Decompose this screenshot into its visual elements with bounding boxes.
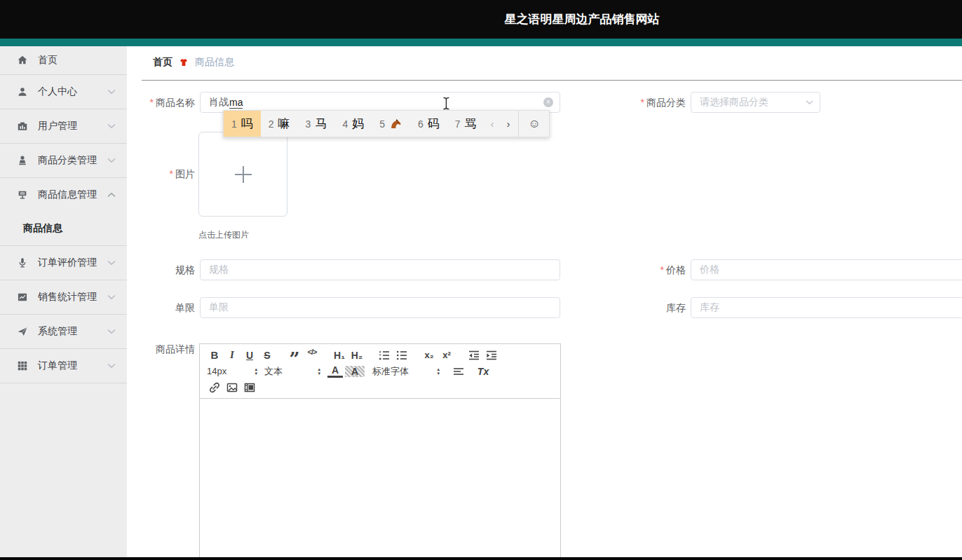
breadcrumb: 首页 商品信息 <box>153 56 234 69</box>
indent-button[interactable] <box>484 348 499 362</box>
clear-input-icon[interactable]: × <box>543 97 553 107</box>
sidebar-item-order-management[interactable]: 订单管理 <box>0 349 127 383</box>
sidebar-item-personal-center[interactable]: 个人中心 <box>0 75 127 109</box>
app-header: 星之语明星周边产品销售网站 <box>0 0 962 39</box>
ime-composition-text: ma <box>229 97 243 109</box>
price-label: *价格 <box>603 259 686 280</box>
sidebar-item-order-review-management[interactable]: 订单评价管理 <box>0 246 127 280</box>
updown-arrows-icon: ▴▾ <box>318 367 320 376</box>
ordered-list-button[interactable] <box>377 348 392 362</box>
insert-image-button[interactable] <box>224 380 240 395</box>
sidebar-item-product-info[interactable]: 商品信息 <box>0 212 127 245</box>
ime-next-page-button[interactable]: › <box>501 111 517 137</box>
rich-text-toolbar: B I U S ” </> H₁ H₂ x₂ <box>199 343 561 399</box>
ime-candidate[interactable]: 7 骂 <box>447 111 485 137</box>
price-placeholder: 价格 <box>700 264 719 276</box>
briefcase-chart-icon <box>17 121 28 132</box>
insert-video-button[interactable] <box>242 380 257 395</box>
stock-label: 库存 <box>603 297 686 318</box>
sidebar-item-category-management[interactable]: 商品分类管理 <box>0 144 127 177</box>
breadcrumb-current: 商品信息 <box>195 56 234 69</box>
bullet-list-button[interactable] <box>394 348 409 362</box>
sidebar-item-label: 用户管理 <box>38 120 77 132</box>
chevron-down-icon <box>806 100 813 105</box>
font-family-select[interactable]: 标准字体 ▴▾ <box>372 365 440 378</box>
ime-candidate[interactable]: 1 吗 <box>224 111 261 137</box>
microphone-icon <box>17 257 28 268</box>
category-label: *商品分类 <box>603 92 686 113</box>
underline-button[interactable]: U <box>242 348 257 362</box>
ime-candidate[interactable]: 6 码 <box>410 111 447 137</box>
app-window: 星之语明星周边产品销售网站 首页 个人中心 <box>0 0 962 560</box>
plus-icon <box>232 163 255 186</box>
sidebar-item-home[interactable]: 首页 <box>0 46 127 74</box>
ime-candidate[interactable]: 3 马 <box>298 111 335 137</box>
order-limit-input[interactable]: 单限 <box>200 297 560 318</box>
bold-button[interactable]: B <box>207 348 222 362</box>
paper-plane-icon <box>17 326 28 337</box>
accent-bar <box>0 39 962 46</box>
spec-placeholder: 规格 <box>209 264 229 276</box>
clothes-icon <box>179 57 189 67</box>
rich-text-content-area[interactable] <box>199 399 561 560</box>
heading1-button[interactable]: H₁ <box>332 348 347 362</box>
breadcrumb-home-link[interactable]: 首页 <box>153 56 172 69</box>
header-format-select[interactable]: 文本 ▴▾ <box>264 365 320 378</box>
align-button[interactable] <box>451 364 466 378</box>
sidebar-item-product-info-management[interactable]: 商品信息管理 <box>0 178 127 212</box>
product-name-label: *商品名称 <box>112 92 195 113</box>
ime-prev-page-button[interactable]: ‹ <box>485 111 501 137</box>
highlight-color-button[interactable]: A <box>345 366 365 377</box>
sidebar-item-label: 系统管理 <box>38 325 77 338</box>
sidebar-subitem-label: 商品信息 <box>23 222 62 235</box>
ime-candidate[interactable]: 5 <box>372 111 410 137</box>
chevron-down-icon <box>107 364 116 369</box>
person-stamp-icon <box>17 155 28 166</box>
strikethrough-button[interactable]: S <box>259 348 275 362</box>
sidebar-item-label: 商品信息管理 <box>38 189 97 201</box>
sidebar-item-user-management[interactable]: 用户管理 <box>0 109 127 143</box>
input-committed-text: 肖战 <box>209 96 229 109</box>
font-size-select[interactable]: 14px ▴▾ <box>207 366 257 376</box>
spec-input[interactable]: 规格 <box>200 259 560 280</box>
detail-label: 商品详情 <box>112 339 195 360</box>
category-select[interactable]: 请选择商品分类 <box>691 92 820 113</box>
grid-icon <box>17 360 28 371</box>
subscript-button[interactable]: x₂ <box>421 348 437 362</box>
ime-emoji-button[interactable]: ☺ <box>520 111 549 137</box>
superscript-button[interactable]: x² <box>439 348 454 362</box>
order-limit-label: 单限 <box>112 297 195 318</box>
breadcrumb-divider <box>142 80 962 81</box>
upload-hint-text: 点击上传图片 <box>198 229 249 241</box>
stock-input[interactable]: 库存 <box>691 297 962 318</box>
ime-candidate-window: 1 吗 2 嘛 3 马 4 妈 5 6 码 7 骂 ‹ › <box>223 110 550 137</box>
sidebar-item-label: 首页 <box>38 54 57 67</box>
sidebar-item-system-management[interactable]: 系统管理 <box>0 315 127 348</box>
price-input[interactable]: 价格 <box>691 259 962 280</box>
italic-button[interactable]: I <box>224 348 240 362</box>
chevron-down-icon <box>107 158 116 163</box>
heading2-button[interactable]: H₂ <box>349 348 365 362</box>
screen-bottom-edge <box>0 557 962 560</box>
outdent-button[interactable] <box>466 348 482 362</box>
sidebar-item-label: 订单评价管理 <box>38 257 97 269</box>
insert-link-button[interactable] <box>207 380 222 395</box>
chevron-up-icon <box>107 193 116 198</box>
image-label: *图片 <box>112 163 195 184</box>
home-icon <box>17 55 28 66</box>
image-upload-button[interactable] <box>198 132 287 217</box>
sidebar-item-label: 销售统计管理 <box>38 291 97 303</box>
device-icon <box>17 189 28 200</box>
sidebar-item-sales-statistics-management[interactable]: 销售统计管理 <box>0 280 127 314</box>
sidebar: 首页 个人中心 用户管理 <box>0 46 127 557</box>
ime-separator <box>518 111 519 137</box>
horse-emoji-icon <box>389 117 402 130</box>
code-block-button[interactable]: </> <box>304 344 320 359</box>
ime-candidate[interactable]: 4 妈 <box>334 111 372 137</box>
clear-format-button[interactable]: Tx <box>475 364 491 378</box>
updown-arrows-icon: ▴▾ <box>437 367 440 376</box>
blockquote-button[interactable]: ” <box>287 344 302 366</box>
updown-arrows-icon: ▴▾ <box>255 367 257 376</box>
ime-candidate[interactable]: 2 嘛 <box>261 111 298 137</box>
text-color-button[interactable]: A <box>327 364 343 378</box>
